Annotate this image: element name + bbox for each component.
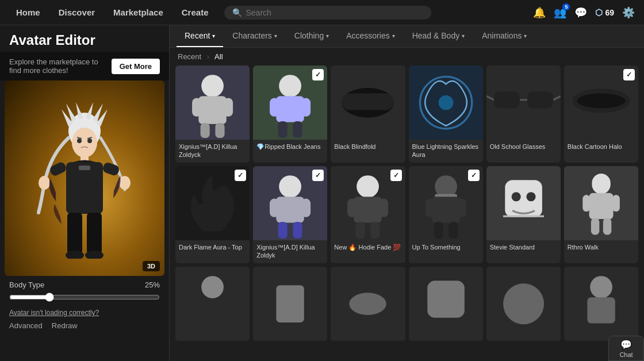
item-card[interactable] xyxy=(564,267,638,341)
page-title: Avatar Editor xyxy=(9,32,160,48)
item-thumbnail xyxy=(486,66,561,140)
3d-badge[interactable]: 3D xyxy=(143,261,160,271)
robux-count: 69 xyxy=(605,8,614,17)
item-check-badge: ✓ xyxy=(623,69,635,80)
item-card[interactable] xyxy=(409,267,483,341)
item-thumbnail xyxy=(175,267,250,341)
item-label: Blue Lightning Sparkles Aura xyxy=(409,140,483,163)
item-thumbnail xyxy=(331,267,405,341)
avatar-error-link[interactable]: Avatar isn't loading correctly? xyxy=(0,306,169,319)
body-type-row: Body Type 25% xyxy=(0,276,169,291)
svg-rect-39 xyxy=(494,91,520,108)
item-label: Rthro Walk xyxy=(564,240,638,255)
body-type-slider[interactable] xyxy=(9,293,160,302)
item-card[interactable] xyxy=(253,267,327,341)
item-thumbnail: ✓ xyxy=(331,166,405,240)
item-thumbnail xyxy=(409,267,483,341)
item-label: Stevie Standard xyxy=(486,240,561,255)
tab-animations-chevron: ▾ xyxy=(524,33,527,39)
item-thumbnail: ✓ xyxy=(253,66,327,140)
svg-rect-49 xyxy=(301,198,310,217)
svg-point-45 xyxy=(577,93,625,108)
search-icon: 🔍 xyxy=(232,8,242,17)
item-label: Black Cartoon Halo xyxy=(564,140,638,154)
chat-icon: 💬 xyxy=(620,339,632,350)
item-card[interactable]: ✓💎Ripped Black Jeans xyxy=(253,66,327,163)
nav-create[interactable]: Create xyxy=(175,4,216,21)
item-card[interactable]: ✓New 🔥 Hodie Fade 💯 xyxy=(331,166,405,263)
tab-characters[interactable]: Characters ▾ xyxy=(224,25,285,47)
item-card[interactable]: Stevie Standard xyxy=(486,166,561,263)
nav-discover[interactable]: Discover xyxy=(52,4,102,21)
notifications-icon[interactable]: 🔔 xyxy=(533,6,546,19)
item-card[interactable]: ✓Dark Flame Aura - Top xyxy=(175,166,250,263)
svg-rect-28 xyxy=(215,123,224,138)
svg-rect-48 xyxy=(270,198,279,217)
redraw-button[interactable]: Redraw xyxy=(52,321,78,330)
svg-rect-34 xyxy=(293,121,302,138)
item-label: 💎Ripped Black Jeans xyxy=(253,140,327,154)
item-check-badge: ✓ xyxy=(235,170,246,181)
chat-label: Chat xyxy=(619,351,632,358)
svg-rect-55 xyxy=(379,198,388,217)
items-grid: Xignius™[A.D] Killua Zoldyck✓💎Ripped Bla… xyxy=(170,66,644,347)
tab-clothing-chevron: ▾ xyxy=(326,33,329,39)
item-thumbnail: ✓ xyxy=(253,166,327,240)
item-card[interactable]: Black Blindfold xyxy=(331,66,405,163)
svg-rect-54 xyxy=(347,198,356,217)
svg-rect-25 xyxy=(192,98,201,117)
item-card[interactable]: ✓Black Cartoon Halo xyxy=(564,66,638,163)
item-check-badge: ✓ xyxy=(468,170,480,181)
svg-rect-26 xyxy=(224,98,233,117)
settings-icon[interactable]: ⚙️ xyxy=(622,6,635,19)
item-card[interactable]: ✓Up To Something xyxy=(409,166,483,263)
top-navigation: Home Discover Marketplace Create 🔍 🔔 👥 5… xyxy=(0,0,644,25)
friends-icon[interactable]: 👥 5 xyxy=(554,6,566,19)
nav-marketplace[interactable]: Marketplace xyxy=(106,4,170,21)
tab-recent[interactable]: Recent ▾ xyxy=(177,25,223,47)
item-thumbnail xyxy=(253,267,327,341)
item-card[interactable] xyxy=(175,267,250,341)
search-input[interactable] xyxy=(246,8,423,17)
item-card[interactable] xyxy=(486,267,561,341)
svg-rect-60 xyxy=(432,197,459,222)
svg-rect-16 xyxy=(102,162,120,176)
item-card[interactable]: Blue Lightning Sparkles Aura xyxy=(409,66,483,163)
page-body: Avatar Editor Explore the marketplace to… xyxy=(0,25,644,361)
nav-home[interactable]: Home xyxy=(9,4,47,21)
svg-point-38 xyxy=(438,95,453,110)
svg-rect-61 xyxy=(425,198,435,217)
get-more-button[interactable]: Get More xyxy=(112,59,160,74)
svg-rect-51 xyxy=(293,222,302,239)
svg-point-77 xyxy=(350,293,387,315)
svg-rect-46 xyxy=(279,175,301,198)
item-card[interactable]: Old School Glasses xyxy=(486,66,561,163)
svg-rect-70 xyxy=(589,193,613,219)
advanced-button[interactable]: Advanced xyxy=(9,321,43,330)
item-card[interactable]: ✓Xignius™[A.D] Killua Zoldyk xyxy=(253,166,327,263)
svg-line-42 xyxy=(486,96,494,99)
svg-rect-36 xyxy=(342,93,394,110)
avatar-header: Avatar Editor xyxy=(0,25,169,52)
tab-accessories[interactable]: Accessories ▾ xyxy=(338,25,402,47)
tab-clothing[interactable]: Clothing ▾ xyxy=(286,25,337,47)
item-card[interactable]: Xignius™[A.D] Killua Zoldyck xyxy=(175,66,250,163)
svg-point-18 xyxy=(119,176,131,190)
right-panel: Recent ▾ Characters ▾ Clothing ▾ Accesso… xyxy=(170,25,644,361)
svg-rect-80 xyxy=(590,276,612,298)
svg-point-9 xyxy=(87,139,92,143)
robux-display[interactable]: ⬡ 69 xyxy=(595,7,614,18)
explore-banner: Explore the marketplace to find more clo… xyxy=(0,52,169,80)
svg-rect-74 xyxy=(603,218,612,235)
item-label: New 🔥 Hodie Fade 💯 xyxy=(331,240,405,255)
tab-animations[interactable]: Animations ▾ xyxy=(474,25,535,47)
tab-head-body-chevron: ▾ xyxy=(462,33,465,39)
body-type-value: 25% xyxy=(145,281,160,289)
chat-button[interactable]: 💬 Chat xyxy=(608,336,644,361)
messages-icon[interactable]: 💬 xyxy=(574,6,587,19)
item-card[interactable] xyxy=(331,267,405,341)
item-card[interactable]: Rthro Walk xyxy=(564,166,638,263)
breadcrumb-parent[interactable]: Recent xyxy=(178,52,201,61)
tab-head-body[interactable]: Head & Body ▾ xyxy=(404,25,473,47)
item-label: Up To Something xyxy=(409,240,483,255)
